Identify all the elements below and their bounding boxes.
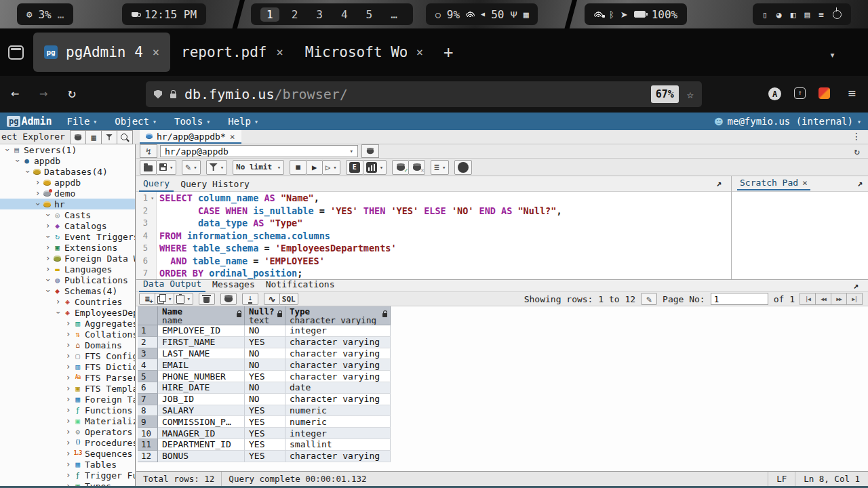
tree-item-event-triggers[interactable]: ›↻Event Triggers [0, 231, 135, 242]
search-objects-button[interactable] [117, 130, 133, 144]
row-number[interactable]: 11 [138, 439, 158, 451]
tree-item-databases-4[interactable]: ›Databases(4) [0, 166, 135, 177]
workspace-5[interactable]: 5 [360, 7, 379, 22]
zoom-level-badge[interactable]: 67% [651, 85, 679, 103]
forward-icon[interactable]: → [39, 85, 47, 101]
fold-icon[interactable]: ▾ [149, 195, 154, 201]
workspace-2[interactable]: 2 [285, 7, 304, 22]
tree-item-foreign-table[interactable]: ›▦Foreign Table [0, 394, 135, 405]
tree-item-foreign-data-wr[interactable]: ›Foreign Data Wr [0, 253, 135, 264]
tree-item-extensions[interactable]: ›▣Extensions [0, 242, 135, 253]
cell[interactable]: YES [245, 428, 285, 439]
tree-item-fts-configura[interactable]: ›▢FTS Configura [0, 350, 135, 361]
expand-icon[interactable]: › [54, 298, 62, 306]
cell[interactable]: YES [245, 337, 285, 348]
expand-icon[interactable]: › [64, 428, 73, 436]
stop-button[interactable]: ■ [290, 160, 307, 175]
collapse-icon[interactable]: › [44, 276, 52, 285]
expand-icon[interactable]: › [64, 330, 73, 338]
cell[interactable]: FIRST_NAME [158, 337, 245, 348]
expand-icon[interactable]: › [43, 254, 52, 262]
cell[interactable]: numeric [285, 416, 391, 428]
save-button[interactable]: ▾ [156, 160, 176, 175]
browser-tab[interactable]: report.pdf× [170, 33, 294, 72]
workspace-…[interactable]: … [384, 7, 403, 22]
sql-editor[interactable]: 1▾SELECT column_name AS "Name",2 CASE WH… [136, 192, 731, 279]
refresh-icon[interactable]: ↻ [854, 146, 860, 157]
commit-button[interactable]: ✓ [392, 160, 409, 175]
collapse-icon[interactable]: › [34, 200, 42, 209]
expand-icon[interactable]: › [64, 395, 73, 403]
edit-button[interactable]: ✎▾ [182, 160, 200, 175]
rollback-button[interactable]: ✕ [408, 160, 425, 175]
eol-indicator[interactable]: LF [768, 472, 795, 486]
cell[interactable]: character varying [285, 337, 391, 348]
cell[interactable]: character varying [285, 371, 391, 382]
cell[interactable]: integer [285, 325, 391, 337]
expand-icon[interactable]: › [64, 471, 73, 479]
query-tool-tab[interactable]: hr/app@appdb* × [140, 130, 241, 144]
lock-icon[interactable] [170, 94, 176, 98]
expand-icon[interactable]: › [64, 460, 73, 468]
url-bar[interactable]: db.fymio.us/browser/ 67% ☆ [146, 81, 702, 107]
row-number[interactable]: 3 [138, 348, 158, 360]
cell[interactable]: character varying [285, 394, 391, 405]
cell[interactable]: PHONE_NUMBER [158, 371, 245, 382]
explain-button[interactable]: E [346, 160, 363, 175]
tray-status[interactable]: ○ 9% ◀ 50 Ψ ▦ [426, 3, 538, 25]
cell[interactable]: character varying [285, 451, 391, 462]
clock[interactable]: 12:15 PM [122, 3, 206, 25]
prev-page-button[interactable]: ◀◀ [815, 293, 831, 305]
row-number[interactable]: 7 [138, 394, 158, 405]
chevron-down-icon[interactable]: ▾ [829, 49, 835, 61]
cell[interactable]: EMPLOYEE_ID [158, 325, 245, 337]
cell[interactable]: character varying [285, 348, 391, 360]
bookmark-star-icon[interactable]: ☆ [687, 87, 694, 101]
tab-query-history[interactable]: Query History [176, 179, 254, 191]
tree-item-catalogs[interactable]: ›◆Catalogs [0, 220, 135, 231]
last-page-button[interactable]: ▶| [846, 293, 863, 305]
row-number[interactable]: 9 [138, 416, 158, 428]
browser-tab[interactable]: pgpgAdmin 4× [33, 33, 170, 72]
tree-item-appdb[interactable]: ›appdb [0, 177, 135, 188]
tree-item-procedures[interactable]: ›()Procedures [0, 437, 135, 448]
tree-item-fts-dictionar[interactable]: ›▥FTS Dictionar [0, 361, 135, 372]
reload-icon[interactable]: ↻ [68, 85, 76, 101]
cell[interactable]: YES [245, 416, 285, 428]
expand-icon[interactable]: › [64, 352, 73, 360]
extension-icon[interactable]: ↑ [794, 87, 806, 99]
cell[interactable]: NO [245, 359, 285, 371]
cell[interactable]: BONUS [158, 451, 245, 462]
expand-icon[interactable]: › [64, 384, 73, 392]
collapse-icon[interactable]: › [3, 146, 12, 155]
tree-item-trigger-funct[interactable]: ›ƒTrigger Funct [0, 470, 135, 481]
workspace-switcher[interactable]: 12345… [251, 3, 413, 25]
back-icon[interactable]: ← [11, 85, 19, 101]
row-number[interactable]: 6 [138, 382, 158, 394]
cell[interactable]: NO [245, 325, 285, 337]
page-number-input[interactable] [711, 293, 768, 305]
tree-item-languages[interactable]: ›▬Languages [0, 264, 135, 274]
tree-item-fts-parsers[interactable]: ›AaFTS Parsers [0, 372, 135, 383]
tree-item-sequences[interactable]: ›1.3Sequences [0, 448, 135, 459]
tree-item-casts[interactable]: ›◎Casts [0, 209, 135, 220]
tab-data-output[interactable]: Data Output [139, 279, 205, 292]
edit-range-button[interactable]: ✎ [641, 293, 657, 305]
expand-icon[interactable]: › [33, 189, 42, 197]
tray-system[interactable]: ▯ ◕ ◧ ▤ ≡ [753, 3, 851, 25]
cell[interactable]: character varying [285, 359, 391, 371]
menu-object[interactable]: Object▾ [115, 116, 157, 127]
collapse-icon[interactable]: › [44, 287, 52, 296]
kebab-menu-icon[interactable]: ⋮ [852, 131, 861, 142]
collapse-icon[interactable]: › [24, 167, 32, 176]
execute-button[interactable]: ▶ [306, 160, 323, 175]
connection-status-button[interactable]: ↯ [140, 144, 157, 158]
new-connection-button[interactable] [361, 144, 379, 158]
cell[interactable]: EMAIL [158, 359, 245, 371]
cell[interactable]: JOB_ID [158, 394, 245, 405]
cell[interactable]: integer [285, 428, 391, 439]
tree-item-countries[interactable]: ›◈Countries [0, 296, 135, 307]
cell[interactable]: DEPARTMENT_ID [158, 439, 245, 451]
connect-server-button[interactable] [70, 130, 86, 144]
delete-row-button[interactable] [199, 293, 215, 305]
